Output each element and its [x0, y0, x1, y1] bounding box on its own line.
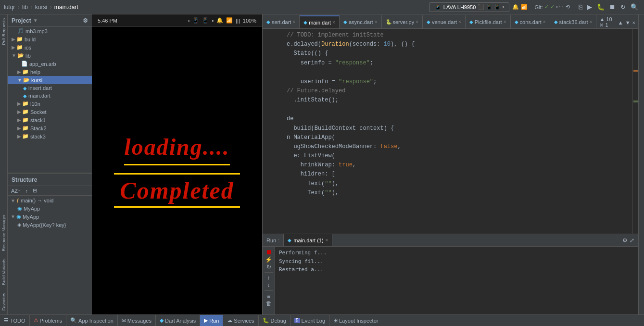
tab-sert[interactable]: ◆ sert.dart ×: [263, 15, 300, 28]
event-log-count: 5: [294, 318, 300, 323]
tab-close-async[interactable]: ×: [375, 19, 378, 25]
tree-item-help[interactable]: ▶ 📁 help: [8, 68, 92, 76]
console-divider2: [265, 290, 273, 291]
line-content-17: Text(""),: [287, 179, 339, 188]
line-num-10: [266, 114, 281, 124]
tree-item-l10n[interactable]: ▶ 📁 l10n: [8, 100, 92, 108]
structure-item-main[interactable]: ▼ ƒ main() → void: [8, 197, 92, 204]
resource-manager-label[interactable]: Resource Manager: [0, 211, 7, 255]
stop-run-btn[interactable]: ⏹: [265, 249, 272, 255]
tab-close-cons[interactable]: ×: [543, 19, 546, 25]
code-line-16: hildren: [: [263, 170, 638, 179]
arrow-stack1: ▶: [17, 117, 21, 123]
structure-label-myapp1: MyApp: [24, 206, 40, 212]
stop-button[interactable]: ⏹: [607, 2, 618, 12]
tree-item-stack2[interactable]: ▶ 📁 Stack2: [8, 124, 92, 132]
sync-button[interactable]: ↻: [619, 2, 628, 12]
line-content-14: e: ListView(: [287, 151, 335, 161]
structure-item-myapp1[interactable]: ◉ MyApp: [8, 204, 92, 213]
tree-item-arb[interactable]: 📄 app_en.arb: [8, 60, 92, 68]
build-variants-label[interactable]: Build Variants: [0, 255, 7, 289]
console-line-3: Restarted a...: [279, 265, 634, 274]
status-tab-debug[interactable]: 🐛 Debug: [259, 315, 290, 326]
tab-cons[interactable]: ◆ cons.dart ×: [511, 15, 550, 28]
structure-item-myapp-constructor[interactable]: ◈ MyApp({Key? key}: [8, 221, 92, 229]
tree-item-insert[interactable]: ◆ insert.dart: [8, 84, 92, 92]
search-toolbar-button[interactable]: 🔍: [629, 2, 640, 12]
phone-dot: •: [212, 18, 214, 24]
tab-pickfile[interactable]: ◆ Pickfile.dart ×: [466, 15, 511, 28]
expand-myapp2: ▼: [11, 214, 15, 219]
line-content-6: userinfo = "response";: [287, 77, 377, 87]
status-tab-run[interactable]: ▶ Run: [200, 315, 223, 326]
tree-item-socket[interactable]: ▶ 📁 Socket: [8, 108, 92, 116]
tab-label-main: main.dart: [309, 20, 331, 25]
tab-close-main[interactable]: ×: [332, 20, 335, 25]
sort-btn[interactable]: ↑: [24, 188, 30, 194]
clear-btn[interactable]: 🗑: [266, 301, 272, 306]
tree-item-stack3[interactable]: ▶ 📁 stack3: [8, 132, 92, 140]
console-lightning-btn[interactable]: ⚡: [265, 257, 272, 263]
tab-venue[interactable]: ◆ venue.dart ×: [423, 15, 466, 28]
status-tab-todo[interactable]: ☰ TODO: [0, 315, 30, 326]
tree-item-mb3[interactable]: 🎵 mb3.mp3: [8, 27, 92, 35]
line-content-7: // Future.delayed: [287, 87, 345, 96]
folder-icon-l10n: 📁: [22, 100, 29, 107]
tab-close-sert[interactable]: ×: [292, 19, 295, 25]
code-line-10: de: [263, 114, 638, 124]
tab-main[interactable]: ◆ main.dart ×: [300, 15, 340, 28]
console-output: Performing f... Syncing fil... Restarted…: [275, 247, 638, 314]
run-settings-btn[interactable]: ⚙: [622, 237, 628, 244]
device-selector[interactable]: 📱 LAVA LH9950 ⬛ 📱 📱 •: [429, 2, 510, 12]
tab-async[interactable]: ◆ async.dart ×: [340, 15, 382, 28]
tab-stack36[interactable]: ◆ stack36.dart ×: [550, 15, 597, 28]
reload-btn[interactable]: ↻: [266, 264, 271, 270]
wrap-btn[interactable]: ≡: [267, 293, 270, 299]
pull-requests-label[interactable]: Pull Requests: [0, 14, 7, 49]
tree-item-build[interactable]: ▶ 📁 build: [8, 35, 92, 43]
up-arrow-icon[interactable]: ▲: [618, 20, 623, 25]
run-status-label: Run: [209, 318, 219, 324]
tab-close-server[interactable]: ×: [416, 19, 418, 25]
structure-item-myapp2[interactable]: ▼ ◉ MyApp: [8, 213, 92, 221]
tab-close-stack36[interactable]: ×: [590, 19, 593, 25]
run-tab-close[interactable]: ×: [326, 238, 328, 243]
project-title: Project: [12, 17, 31, 24]
scroll-down-btn[interactable]: ↓: [267, 282, 270, 288]
copy-button[interactable]: ⎘: [577, 2, 584, 12]
tab-close-venue[interactable]: ×: [458, 19, 461, 25]
tree-item-maindart[interactable]: ◆ main.dart: [8, 92, 92, 100]
tree-item-lib[interactable]: ▼ 📂 lib: [8, 51, 92, 60]
tab-server[interactable]: 🐍 server.py ×: [382, 15, 423, 28]
line-content-18: Text(""),: [287, 188, 339, 198]
status-tab-dart-analysis[interactable]: ◆ Dart Analysis: [156, 315, 200, 326]
tree-item-stack1[interactable]: ▶ 📁 stack1: [8, 116, 92, 124]
status-tab-messages[interactable]: ✉ Messages: [118, 315, 156, 326]
run-tab-main[interactable]: ◆ main.dart (1) ×: [284, 234, 332, 246]
tab-label-cons: cons.dart: [520, 19, 542, 25]
down-arrow-icon[interactable]: ▼: [625, 20, 631, 25]
tree-label-stack2: Stack2: [30, 125, 47, 131]
project-settings-icon[interactable]: ⚙: [83, 17, 88, 24]
code-editor[interactable]: // TODO: implement initState e.delayed(D…: [263, 29, 638, 234]
tree-item-ios[interactable]: ▶ 📁 ios: [8, 43, 92, 51]
phone-battery: 100%: [243, 18, 256, 24]
status-tab-app-inspection[interactable]: 🔍 App Inspection: [66, 315, 118, 326]
tree-item-kursi[interactable]: ▼ 📂 kursi: [8, 76, 92, 84]
filter-btn[interactable]: ⊟: [31, 187, 38, 194]
run-tab-icon: ◆: [288, 238, 291, 243]
run-button[interactable]: ▶: [585, 2, 594, 12]
favorites-label[interactable]: Favorites: [0, 289, 7, 314]
scroll-up-btn[interactable]: ↑: [267, 275, 270, 281]
close-search-icon[interactable]: ×: [632, 20, 635, 25]
status-tab-layout-inspector[interactable]: ⊞ Layout Inspector: [329, 315, 382, 326]
breadcrumb: lutqr › lib › kursi › main.dart: [4, 4, 78, 11]
run-expand-btn[interactable]: ⤢: [630, 237, 634, 244]
tab-close-pickfile[interactable]: ×: [504, 19, 506, 25]
sort-alpha-btn[interactable]: AZ↑: [10, 188, 22, 194]
status-tab-services[interactable]: ☁ Services: [223, 315, 258, 326]
arrow-socket: ▶: [17, 109, 21, 114]
status-tab-event-log[interactable]: 5 Event Log: [290, 315, 329, 326]
status-tab-problems[interactable]: ⚠ Problems: [30, 315, 66, 326]
debug-button[interactable]: 🐛: [595, 2, 606, 12]
